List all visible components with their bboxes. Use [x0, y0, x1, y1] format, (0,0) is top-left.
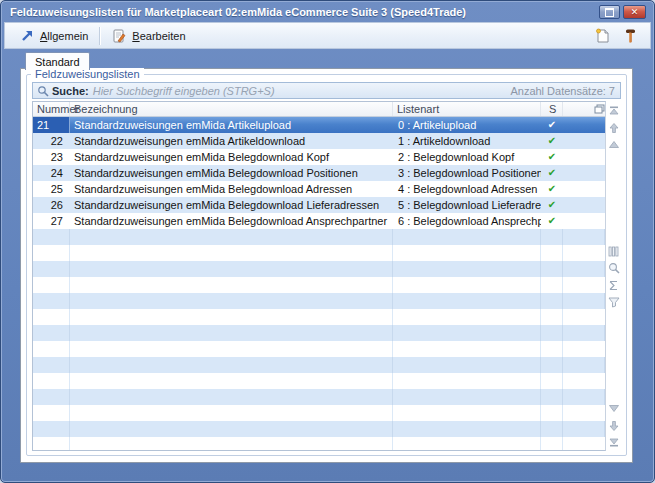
empty-row: [33, 245, 605, 261]
cell-nummer: 24: [33, 165, 70, 181]
toolbar-separator: [99, 27, 100, 45]
column-chooser-icon[interactable]: [607, 244, 621, 259]
empty-row: [33, 437, 605, 451]
empty-row: [33, 373, 605, 389]
groupbox-feldzuweisungslisten: Feldzuweisungslisten Suche: Hier Suchbeg…: [26, 74, 627, 456]
toolbar: Allgemein Bearbeiten: [4, 22, 651, 49]
cell-nummer: 23: [33, 149, 70, 165]
table-row[interactable]: 23Standardzuweisungen emMida Belegdownlo…: [33, 149, 605, 165]
cell-listenart: 5 : Belegdownload Lieferadressen: [393, 197, 541, 213]
empty-row: [33, 277, 605, 293]
column-header-bezeichnung[interactable]: Bezeichnung: [70, 102, 393, 116]
empty-row: [33, 405, 605, 421]
zoom-icon[interactable]: [607, 261, 621, 276]
cell-nummer: 27: [33, 213, 70, 229]
check-icon: ✔: [541, 197, 563, 213]
cell-bezeichnung: Standardzuweisungen emMida Artikelupload: [70, 117, 393, 133]
cell-listenart: 1 : Artikeldownload: [393, 133, 541, 149]
bearbeiten-label: Bearbeiten: [132, 30, 185, 42]
cell-bezeichnung: Standardzuweisungen emMida Belegdownload…: [70, 165, 393, 181]
close-button[interactable]: ✕: [623, 5, 646, 19]
page-up-icon[interactable]: [607, 120, 621, 135]
restore-button[interactable]: [599, 5, 620, 19]
allgemein-button[interactable]: Allgemein: [13, 26, 94, 46]
cell-bezeichnung: Standardzuweisungen emMida Belegdownload…: [70, 213, 393, 229]
check-icon: ✔: [541, 213, 563, 229]
cell-listenart: 6 : Belegdownload Ansprechpartner: [393, 213, 541, 229]
grid-nav-strip: [606, 101, 621, 451]
cell-filler: [563, 117, 605, 133]
row-up-icon[interactable]: [607, 137, 621, 152]
hammer-icon[interactable]: [622, 28, 638, 44]
search-icon: [36, 84, 49, 97]
filter-icon[interactable]: [607, 295, 621, 310]
column-header-s[interactable]: S: [541, 102, 563, 116]
cell-bezeichnung: Standardzuweisungen emMida Belegdownload…: [70, 149, 393, 165]
check-icon: ✔: [541, 133, 563, 149]
grid-header: Nummer Bezeichnung Listenart S: [33, 102, 605, 117]
window-title: Feldzuweisungslisten für Marketplaceart …: [3, 6, 466, 18]
edit-page-icon: [111, 28, 127, 44]
grid-area: Nummer Bezeichnung Listenart S 21Standar…: [32, 101, 621, 451]
restore-icon: [605, 8, 614, 17]
check-icon: ✔: [541, 149, 563, 165]
empty-row: [33, 389, 605, 405]
cell-filler: [563, 213, 605, 229]
grid-rows: 21Standardzuweisungen emMida Artikeluplo…: [33, 117, 605, 451]
table-row[interactable]: 26Standardzuweisungen emMida Belegdownlo…: [33, 197, 605, 213]
cell-nummer: 21: [33, 117, 70, 133]
page-down-icon[interactable]: [607, 418, 621, 433]
app-window: Feldzuweisungslisten für Marketplaceart …: [0, 0, 655, 483]
bearbeiten-button[interactable]: Bearbeiten: [105, 26, 191, 46]
empty-row: [33, 357, 605, 373]
search-label: Suche:: [52, 85, 89, 97]
cell-listenart: 0 : Artikelupload: [393, 117, 541, 133]
table-row[interactable]: 22Standardzuweisungen emMida Artikeldown…: [33, 133, 605, 149]
new-document-icon[interactable]: [594, 28, 610, 44]
copy-windows-icon[interactable]: [594, 104, 605, 114]
record-count-label: Anzahl Datensätze: 7: [510, 85, 620, 97]
empty-row: [33, 293, 605, 309]
tab-standard[interactable]: Standard: [25, 52, 90, 70]
table-row[interactable]: 21Standardzuweisungen emMida Artikeluplo…: [33, 117, 605, 133]
cell-bezeichnung: Standardzuweisungen emMida Artikeldownlo…: [70, 133, 393, 149]
cell-filler: [563, 133, 605, 149]
arrow-up-right-icon: [19, 28, 35, 44]
empty-row: [33, 341, 605, 357]
search-placeholder: Hier Suchbegriff eingeben (STRG+S): [93, 85, 275, 97]
check-icon: ✔: [541, 165, 563, 181]
check-icon: ✔: [541, 117, 563, 133]
column-header-filler: [563, 102, 605, 116]
cell-listenart: 4 : Belegdownload Adressen: [393, 181, 541, 197]
cell-bezeichnung: Standardzuweisungen emMida Belegdownload…: [70, 197, 393, 213]
empty-row: [33, 261, 605, 277]
table-row[interactable]: 27Standardzuweisungen emMida Belegdownlo…: [33, 213, 605, 229]
search-bar[interactable]: Suche: Hier Suchbegriff eingeben (STRG+S…: [32, 82, 621, 99]
row-down-icon[interactable]: [607, 401, 621, 416]
scroll-to-bottom-icon[interactable]: [607, 435, 621, 450]
empty-row: [33, 309, 605, 325]
allgemein-label: Allgemein: [40, 30, 88, 42]
empty-row: [33, 421, 605, 437]
table-row[interactable]: 25Standardzuweisungen emMida Belegdownlo…: [33, 181, 605, 197]
cell-filler: [563, 149, 605, 165]
table-row[interactable]: 24Standardzuweisungen emMida Belegdownlo…: [33, 165, 605, 181]
cell-nummer: 22: [33, 133, 70, 149]
empty-row: [33, 229, 605, 245]
cell-filler: [563, 165, 605, 181]
empty-row: [33, 325, 605, 341]
cell-nummer: 26: [33, 197, 70, 213]
column-header-listenart[interactable]: Listenart: [393, 102, 541, 116]
column-header-nummer[interactable]: Nummer: [33, 102, 70, 116]
cell-listenart: 3 : Belegdownload Positionen: [393, 165, 541, 181]
sum-icon[interactable]: [607, 278, 621, 293]
data-grid: Nummer Bezeichnung Listenart S 21Standar…: [32, 101, 606, 451]
cell-filler: [563, 197, 605, 213]
cell-nummer: 25: [33, 181, 70, 197]
cell-bezeichnung: Standardzuweisungen emMida Belegdownload…: [70, 181, 393, 197]
check-icon: ✔: [541, 181, 563, 197]
cell-listenart: 2 : Belegdownload Kopf: [393, 149, 541, 165]
scroll-to-top-icon[interactable]: [607, 103, 621, 118]
titlebar: Feldzuweisungslisten für Marketplaceart …: [3, 2, 652, 22]
content-panel: Feldzuweisungslisten Suche: Hier Suchbeg…: [20, 68, 633, 463]
